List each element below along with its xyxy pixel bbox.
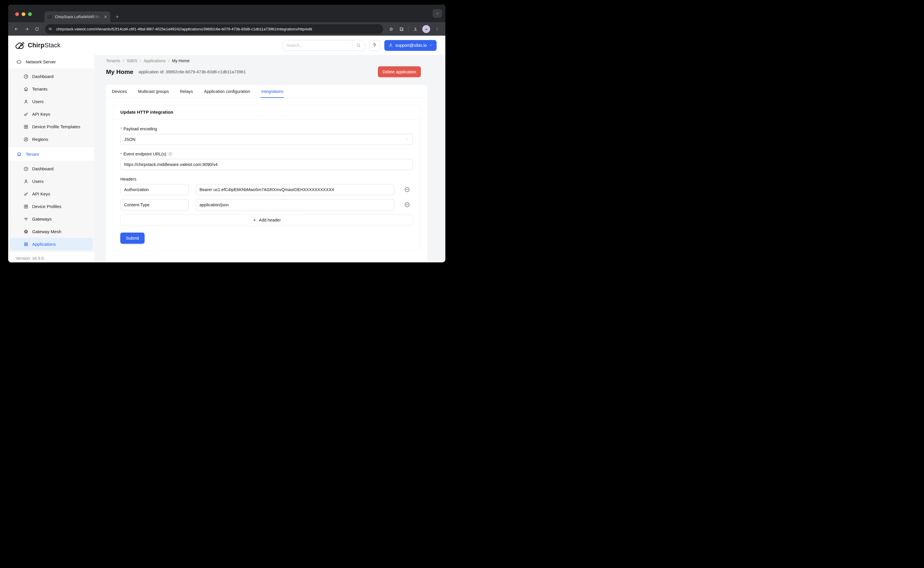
back-button[interactable] — [12, 24, 21, 33]
bird-avatar-icon — [424, 27, 429, 32]
search-icon — [356, 43, 361, 48]
sidebar-item[interactable]: Applications — [10, 238, 93, 251]
sidebar-item[interactable]: Users — [10, 95, 93, 108]
new-tab-button[interactable] — [113, 12, 121, 21]
key-icon — [23, 191, 29, 196]
extensions-button[interactable] — [397, 24, 406, 33]
address-bar[interactable]: chirpstack.valeiot.com/#/tenants/52f14cd… — [45, 24, 383, 34]
sidebar-item[interactable]: API Keys — [10, 108, 93, 120]
bookmark-button[interactable] — [387, 24, 396, 33]
sidebar-item[interactable]: Device Profiles — [10, 200, 93, 213]
sidebar-item[interactable]: Device Profile Templates — [10, 120, 93, 133]
extensions-icon — [399, 27, 404, 32]
header-key-input[interactable] — [120, 184, 188, 195]
downloads-button[interactable] — [411, 24, 420, 33]
add-header-button[interactable]: Add header — [120, 215, 413, 225]
sliders-icon — [23, 124, 29, 130]
chevron-down-icon — [436, 11, 440, 15]
sidebar-item[interactable]: Users — [10, 175, 93, 187]
sidebar-item-label: Gateways — [32, 216, 52, 222]
breadcrumb-item[interactable]: SIBIS — [120, 59, 137, 63]
headers-list — [120, 184, 413, 210]
browser-window: ChirpStack LoRaWAN® Netwo chirpstack.val… — [8, 5, 445, 262]
home-icon — [17, 151, 22, 157]
sidebar-item-label: Users — [32, 179, 44, 184]
sidebar-item[interactable]: Gateway Mesh — [10, 225, 93, 238]
payload-encoding-value: JSON — [124, 137, 136, 142]
sidebar-item[interactable]: Dashboard — [10, 162, 93, 175]
gauge-icon — [23, 166, 29, 172]
grid-icon — [23, 242, 29, 247]
header-row — [120, 199, 413, 210]
app-header: ChirpStack ? support@sibis.io — [8, 36, 445, 55]
plus-icon — [115, 15, 119, 19]
sidebar-item-label: API Keys — [32, 191, 50, 196]
tab-close-icon[interactable] — [103, 15, 108, 19]
download-icon — [413, 27, 418, 32]
breadcrumb-item[interactable]: Applications — [137, 59, 166, 63]
breadcrumb-item[interactable]: Tenants — [106, 59, 120, 63]
tab-item[interactable]: Integrations — [261, 85, 284, 98]
chirpstack-logo[interactable]: ChirpStack — [15, 40, 60, 51]
payload-encoding-select[interactable]: JSON — [120, 134, 413, 145]
application-tabs: DevicesMulticast groupsRelaysApplication… — [106, 85, 427, 98]
chevron-down-icon — [405, 137, 409, 141]
sidebar-item-label: Device Profile Templates — [32, 124, 80, 129]
sidebar-item-label: Device Profiles — [32, 204, 61, 209]
site-settings-button[interactable] — [47, 25, 54, 33]
header-value-input[interactable] — [196, 199, 394, 210]
tab-item[interactable]: Multicast groups — [137, 85, 170, 98]
sidebar-item-label: Users — [32, 99, 44, 104]
integrations-panel: Update HTTP integration Payload encoding… — [106, 98, 427, 258]
key-icon — [23, 112, 29, 117]
sidebar-item[interactable]: Tenants — [10, 83, 93, 95]
sidebar-item[interactable]: Regions — [10, 133, 93, 145]
zoom-window-button[interactable] — [28, 12, 32, 16]
home-icon — [23, 86, 29, 92]
remove-header-button[interactable] — [401, 202, 413, 208]
header-key-input[interactable] — [120, 199, 188, 210]
toolbar-divider — [408, 26, 408, 32]
tab-item[interactable]: Relays — [179, 85, 193, 98]
delete-application-button[interactable]: Delete application — [378, 66, 421, 77]
application-card: DevicesMulticast groupsRelaysApplication… — [106, 85, 427, 262]
sidebar-item[interactable]: API Keys — [10, 187, 93, 200]
tab-search-button[interactable] — [433, 9, 442, 18]
header-value-input[interactable] — [196, 184, 394, 195]
browser-profile-avatar[interactable] — [422, 25, 430, 33]
cloud-icon — [17, 59, 22, 65]
sidebar-item-network-server[interactable]: Network Server — [8, 55, 94, 68]
tab-item[interactable]: Application configuration — [203, 85, 250, 98]
minimize-window-button[interactable] — [22, 12, 26, 16]
star-icon — [389, 27, 393, 32]
search-input[interactable] — [283, 40, 352, 51]
breadcrumb: TenantsSIBISApplicationsMy Home — [106, 59, 427, 63]
compass-icon — [23, 137, 29, 142]
sidebar-item-label: Dashboard — [32, 74, 53, 79]
main-content: TenantsSIBISApplicationsMy Home My Home … — [94, 55, 445, 262]
sidebar-item[interactable]: Dashboard — [10, 70, 93, 83]
forward-button[interactable] — [22, 24, 31, 33]
reload-button[interactable] — [32, 24, 41, 33]
browser-menu-button[interactable] — [433, 24, 442, 33]
browser-tab[interactable]: ChirpStack LoRaWAN® Netwo — [44, 11, 110, 22]
sidebar-item-tenant[interactable]: Tenant — [8, 147, 94, 161]
sidebar-item[interactable]: Gateways — [10, 213, 93, 225]
account-button[interactable]: support@sibis.io — [384, 40, 437, 51]
version-label: Version: v4.9.0 — [8, 252, 94, 262]
wifi-icon — [23, 216, 29, 222]
close-window-button[interactable] — [15, 12, 19, 16]
remove-header-button[interactable] — [401, 187, 413, 193]
submit-button[interactable]: Submit — [120, 233, 145, 244]
endpoint-url-input[interactable] — [120, 159, 413, 170]
network-server-menu: Dashboard Tenants Users API Keys Device … — [8, 68, 94, 147]
breadcrumb-item[interactable]: My Home — [166, 59, 190, 63]
tab-item[interactable]: Devices — [111, 85, 128, 98]
back-icon — [14, 27, 19, 32]
chirpstack-logo-icon — [15, 40, 26, 51]
url-text[interactable]: chirpstack.valeiot.com/#/tenants/52f14cd… — [56, 27, 380, 31]
question-circle-icon[interactable] — [168, 152, 173, 156]
help-button[interactable]: ? — [369, 40, 380, 51]
sidebar-item-label: Gateway Mesh — [32, 229, 61, 234]
search-button[interactable] — [353, 40, 365, 51]
